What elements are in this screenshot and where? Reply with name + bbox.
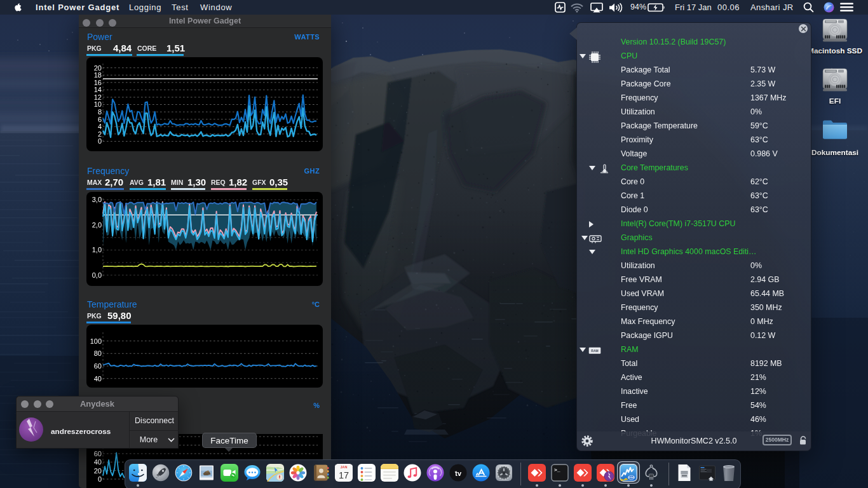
svg-text:2,0: 2,0 — [92, 221, 102, 229]
svg-text:0: 0 — [98, 137, 102, 145]
svg-text:14: 14 — [94, 86, 102, 93]
svg-text:intel: intel — [628, 476, 634, 479]
svg-text:6: 6 — [98, 116, 102, 123]
svg-text:80: 80 — [94, 349, 102, 357]
svg-text:>_: >_ — [554, 467, 560, 473]
svg-text:40: 40 — [94, 375, 102, 383]
svg-text:20: 20 — [94, 467, 102, 475]
svg-text:60: 60 — [94, 450, 102, 458]
svg-text:4: 4 — [98, 123, 102, 130]
svg-text:RAM: RAM — [591, 349, 598, 353]
svg-text:10: 10 — [94, 100, 102, 108]
svg-text:18: 18 — [94, 71, 102, 79]
svg-text:20: 20 — [94, 64, 102, 72]
svg-text:40: 40 — [94, 458, 102, 466]
svg-text:0: 0 — [98, 475, 102, 483]
svg-text:100: 100 — [90, 337, 102, 345]
svg-text:16: 16 — [94, 79, 102, 86]
svg-text:17: 17 — [339, 470, 349, 480]
svg-text:12: 12 — [94, 93, 102, 101]
svg-text:1,0: 1,0 — [92, 246, 102, 254]
svg-text:60: 60 — [94, 362, 102, 370]
svg-text:tv: tv — [455, 470, 462, 477]
svg-text:2: 2 — [98, 130, 102, 138]
svg-text:3,0: 3,0 — [92, 196, 102, 203]
svg-text:0,0: 0,0 — [92, 271, 102, 279]
svg-text:8: 8 — [98, 108, 102, 116]
svg-text:JAN: JAN — [340, 465, 347, 469]
